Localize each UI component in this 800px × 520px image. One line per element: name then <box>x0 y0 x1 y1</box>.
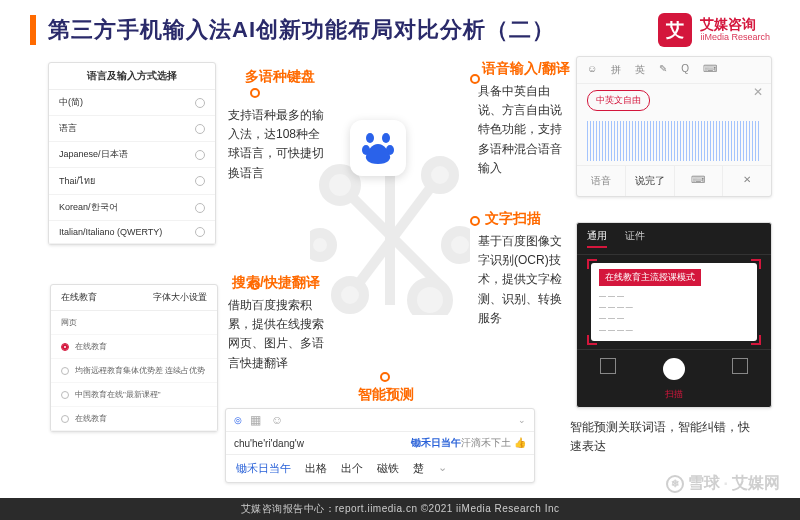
crop-corner-icon <box>751 335 761 345</box>
waveform-graphic <box>587 121 761 161</box>
mock-ime-bar: ◎ ▦ ☺ ⌄ chu'he'ri'dang'w 锄禾日当午汗滴禾下土 👍 锄禾… <box>225 408 535 483</box>
svg-point-4 <box>426 161 454 189</box>
voice-button-bar: 语音 说完了 ⌨ ✕ <box>577 165 771 196</box>
svg-point-7 <box>336 281 364 309</box>
brand-name: 艾媒咨询 <box>700 17 770 32</box>
flash-icon[interactable] <box>732 358 748 374</box>
ocr-scan-label: 扫描 <box>577 388 771 407</box>
radio-icon <box>195 227 205 237</box>
crop-corner-icon <box>587 335 597 345</box>
close-icon[interactable]: ✕ <box>723 166 771 196</box>
node-dot <box>470 216 480 226</box>
ime-candidate[interactable]: 锄禾日当午 <box>236 461 291 476</box>
ime-pinyin-input[interactable]: chu'he'ri'dang'w <box>234 438 403 449</box>
header: 第三方手机输入法AI创新功能布局对比分析（二） 艾 艾媒咨询 iiMedia R… <box>30 10 770 50</box>
feature-desc-ocr: 基于百度图像文字识别(OCR)技术，提供文字检测、识别、转换服务 <box>478 232 568 328</box>
expand-icon[interactable]: ⌄ <box>438 461 447 476</box>
svg-point-3 <box>324 169 356 201</box>
voice-done-button[interactable]: 说完了 <box>626 166 675 196</box>
lang-row[interactable]: Japanese/日本语 <box>49 142 215 168</box>
svg-point-9 <box>366 133 374 143</box>
settings-row[interactable]: 均衡远程教育集体优势差 连续占优势 <box>51 359 217 383</box>
feature-label-voice: 语音输入/翻译 <box>482 60 570 78</box>
voice-tab[interactable]: 英 <box>635 63 645 77</box>
radio-icon <box>195 203 205 213</box>
svg-point-5 <box>446 231 470 259</box>
ime-suggestion[interactable]: 锄禾日当午汗滴禾下土 👍 <box>411 436 526 450</box>
radio-icon <box>61 367 69 375</box>
title-accent-bar <box>30 15 36 45</box>
gallery-icon[interactable] <box>600 358 616 374</box>
settings-col-head: 网页 <box>51 311 217 335</box>
feature-desc-voice: 具备中英自由说、方言自由说特色功能，支持多语种混合语音输入 <box>478 82 568 178</box>
feature-desc-search: 借助百度搜索积累，提供在线搜索网页、图片、多语言快捷翻译 <box>228 296 328 373</box>
ime-candidates: 锄禾日当午 出格 出个 磁铁 楚 ⌄ <box>226 455 534 482</box>
node-dot <box>250 88 260 98</box>
brand-text: 艾媒咨询 iiMedia Research <box>700 17 770 42</box>
ocr-card-title: 在线教育主流授课模式 <box>599 269 701 286</box>
node-dot <box>380 372 390 382</box>
mock-language-panel: 语言及输入方式选择 中(简) 语言 Japanese/日本语 Thai/ไทย … <box>48 62 216 245</box>
footer-text: 艾媒咨询报告中心：report.iimedia.cn ©2021 iiMedia… <box>241 502 560 516</box>
ime-candidate[interactable]: 出个 <box>341 461 363 476</box>
ocr-tabs: 通用 证件 <box>577 223 771 255</box>
settings-left-label: 在线教育 <box>61 291 97 304</box>
voice-tab[interactable]: 拼 <box>611 63 621 77</box>
brand-logo-icon: 艾 <box>658 13 692 47</box>
watermark-right: 艾媒网 <box>732 473 780 494</box>
feature-label-multilang: 多语种键盘 <box>245 68 315 86</box>
voice-tab[interactable]: ☺ <box>587 63 597 77</box>
ime-candidate[interactable]: 磁铁 <box>377 461 399 476</box>
crop-corner-icon <box>587 259 597 269</box>
ime-candidate[interactable]: 出格 <box>305 461 327 476</box>
watermark-left: 雪球 <box>688 473 720 494</box>
ocr-bottom-bar <box>577 349 771 388</box>
lang-row[interactable]: 中(简) <box>49 90 215 116</box>
page-title: 第三方手机输入法AI创新功能布局对比分析（二） <box>48 15 555 45</box>
crop-corner-icon <box>751 259 761 269</box>
title-wrap: 第三方手机输入法AI创新功能布局对比分析（二） <box>30 15 555 45</box>
settings-head: 在线教育 字体大小设置 <box>51 285 217 311</box>
lang-row[interactable]: Thai/ไทย <box>49 168 215 195</box>
voice-tab[interactable]: ⌨ <box>703 63 717 77</box>
brand: 艾 艾媒咨询 iiMedia Research <box>658 13 770 47</box>
ime-toolbar: ▦ ☺ <box>250 413 283 427</box>
lang-row[interactable]: Korean/한국어 <box>49 195 215 221</box>
network-graphic <box>310 155 470 315</box>
settings-row[interactable]: 在线教育 <box>51 407 217 431</box>
lang-panel-title: 语言及输入方式选择 <box>49 63 215 90</box>
lang-row[interactable]: 语言 <box>49 116 215 142</box>
ocr-capture-card: 在线教育主流授课模式 — — —— — — —— — —— — — — <box>591 263 757 341</box>
baidu-logo <box>350 120 406 176</box>
voice-tab[interactable]: Q <box>681 63 689 77</box>
keyboard-icon[interactable]: ⌨ <box>675 166 724 196</box>
radio-icon <box>61 343 69 351</box>
watermark: ❄ 雪球 · 艾媒网 <box>666 473 780 494</box>
mock-voice-panel: ☺ 拼 英 ✎ Q ⌨ 中英文自由 ✕ 语音 说完了 ⌨ ✕ <box>576 56 772 197</box>
settings-row[interactable]: 中国教育在线"最新课程" <box>51 383 217 407</box>
ime-input-row: chu'he'ri'dang'w 锄禾日当午汗滴禾下土 👍 <box>226 432 534 455</box>
radio-icon <box>61 391 69 399</box>
clipboard-icon[interactable]: ▦ <box>250 413 261 427</box>
feature-label-search: 搜索/快捷翻译 <box>232 274 320 292</box>
footer: 艾媒咨询报告中心：report.iimedia.cn ©2021 iiMedia… <box>0 498 800 520</box>
voice-btn[interactable]: 语音 <box>577 166 626 196</box>
radio-icon <box>195 176 205 186</box>
close-icon[interactable]: ✕ <box>753 85 763 99</box>
lang-row[interactable]: Italian/Italiano (QWERTY) <box>49 221 215 244</box>
voice-mode-pill[interactable]: 中英文自由 <box>587 90 650 111</box>
emoji-icon[interactable]: ☺ <box>271 413 283 427</box>
collapse-icon[interactable]: ⌄ <box>518 415 526 425</box>
ocr-card-body: — — —— — — —— — —— — — — <box>599 290 749 335</box>
shutter-button[interactable] <box>663 358 685 380</box>
feature-label-ocr: 文字扫描 <box>485 210 541 228</box>
ime-candidate[interactable]: 楚 <box>413 461 424 476</box>
ocr-tab-selected[interactable]: 通用 <box>587 229 607 248</box>
watermark-icon: ❄ <box>666 475 684 493</box>
voice-tab[interactable]: ✎ <box>659 63 667 77</box>
settings-right-label[interactable]: 字体大小设置 <box>153 291 207 304</box>
ocr-tab[interactable]: 证件 <box>625 229 645 248</box>
logo-icon: ◎ <box>234 415 242 425</box>
feature-desc-predict: 智能预测关联词语，智能纠错，快速表达 <box>570 418 750 456</box>
settings-row[interactable]: 在线教育 <box>51 335 217 359</box>
